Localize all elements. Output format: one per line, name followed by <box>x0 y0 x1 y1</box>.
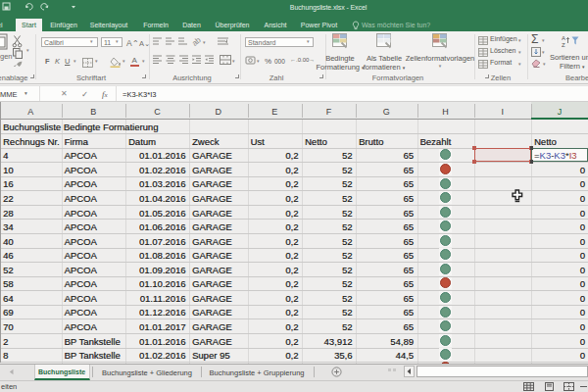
svg-text:A: A <box>562 35 565 41</box>
svg-text:Z: Z <box>562 42 565 48</box>
